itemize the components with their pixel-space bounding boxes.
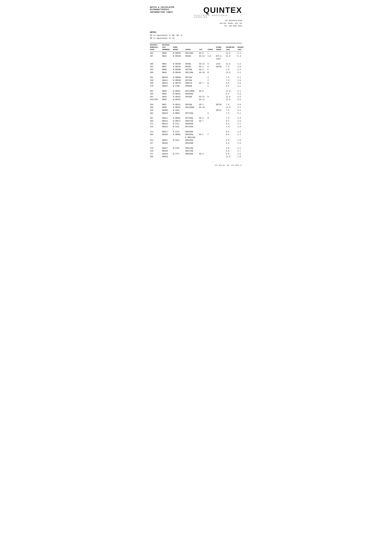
table-header: RAYOVACDURACELLUCAR RAYOVACOLDNUMBERS EV…	[150, 43, 242, 51]
page-title-line1: WATCH & CALCULATOR MICROBATTERIES	[150, 6, 194, 11]
cell-2-0-2: B-SR58H	[173, 76, 185, 79]
cell-1-2-0: 393	[150, 68, 162, 71]
cell-1-2-8: 5.4	[237, 68, 247, 71]
cell-7-2-8: 2.6	[237, 153, 247, 156]
cell-7-0-8: 2.1	[237, 147, 247, 150]
cell-7-3-4	[199, 155, 208, 158]
table-group-7: 379RW327B-379LSR521SW5.82.1319RW328SR527…	[150, 147, 242, 158]
cell-2-2-8: 2.6	[237, 82, 247, 85]
cell-4-1-8: 3.1	[237, 106, 247, 109]
cell-5-2-3: SR920SW	[185, 122, 199, 125]
cell-0-1-8: 5.4	[237, 55, 247, 60]
cell-6-3-1: RW326	[162, 142, 173, 145]
cell-5-3-1: RW316	[162, 125, 173, 128]
cell-0-0-3: SR1120W	[185, 52, 199, 55]
cell-1-1-0: 392	[150, 65, 162, 68]
cell-7-0-3: SR521SW	[185, 147, 199, 150]
cell-4-3-7: 7.9	[226, 112, 237, 115]
notes-title: NOTES:	[150, 31, 242, 33]
cell-3-3-7: 11.6	[226, 98, 237, 101]
cell-3-2-8: 4.2	[237, 95, 247, 98]
table-row: 377RW329B-377LSR626SWGS-46.82.6	[150, 153, 242, 156]
cell-1-1-5: K	[208, 65, 216, 68]
cell-7-1-4	[199, 150, 208, 153]
table-row: 399RW413B-SR57HSR927WGS-7W9.52.6	[150, 82, 242, 85]
cell-5-2-1: RW315	[162, 122, 173, 125]
cell-1-3-5: M	[208, 71, 216, 74]
cell-7-2-6	[216, 153, 226, 156]
cell-1-1-6: SR736	[216, 65, 226, 68]
cell-1-3-3: SR1130W	[185, 71, 199, 74]
cell-6-2-0: 321	[150, 139, 162, 142]
cell-2-3-2: B-370H	[173, 85, 185, 88]
cell-5-0-8: 2.6	[237, 117, 247, 120]
cell-2-3-0: 370	[150, 85, 162, 88]
cell-1-2-7: 7.9	[226, 68, 237, 71]
table-row: 373RW317B-373LSR916SW9.51.6	[150, 130, 242, 133]
table-row: 384RW37B-SR41LSR41SWGS-3SR7367.93.6	[150, 103, 242, 106]
cell-7-2-1: RW329	[162, 153, 173, 156]
cell-7-2-2: B-377L	[173, 153, 185, 156]
cell-6-1-8: 2.1	[237, 133, 247, 139]
cell-3-2-5: D	[208, 95, 216, 98]
cell-0-0-1: RW40	[162, 52, 173, 55]
cell-2-1-4	[199, 79, 208, 82]
cell-2-1-1: RW411	[162, 79, 173, 82]
cell-6-3-4	[199, 142, 208, 145]
cell-5-0-2: B-SR59L	[173, 117, 185, 120]
cell-3-3-4: GS-11	[199, 98, 208, 101]
cell-7-1-5	[208, 150, 216, 153]
cell-7-3-8: 1.6	[237, 155, 247, 158]
col-header-ever-ready: EVERREADY	[173, 46, 185, 51]
address-block: 137 Blenheim Road Harrow, Middx. HA2 7AA…	[220, 19, 242, 28]
address-line2: Harrow, Middx. HA2 7AA	[220, 22, 242, 25]
cell-3-1-1: RW33	[162, 93, 173, 95]
logo-text: QUINTEX	[203, 6, 242, 14]
cell-4-1-0: 390	[150, 106, 162, 109]
table-row: 379RW327B-379LSR521SW5.82.1	[150, 147, 242, 150]
cell-1-2-1: RW48	[162, 68, 173, 71]
cell-1-2-3: SR754W	[185, 68, 199, 71]
cell-2-3-5: Z	[208, 85, 216, 88]
cell-4-3-8: 2.1	[237, 112, 247, 115]
cell-0-1-4: GS-13	[199, 55, 208, 60]
cell-1-2-2: B-SR48H	[173, 68, 185, 71]
cell-5-0-5: N	[208, 117, 216, 120]
battery-table: RAYOVACDURACELLUCAR RAYOVACOLDNUMBERS EV…	[150, 43, 242, 158]
cell-5-2-8: 2.1	[237, 122, 247, 125]
cell-6-2-1: RW321	[162, 139, 173, 142]
cell-4-2-5	[208, 109, 216, 112]
cell-3-0-5	[208, 90, 216, 93]
table-row: 396RW411B-SR59HSR726WV7.92.6	[150, 79, 242, 82]
cell-3-3-2: B-SR42L	[173, 98, 185, 101]
table-row: 319RW328SR527SW5.82.7	[150, 150, 242, 153]
cell-2-1-5: V	[208, 79, 216, 82]
cell-5-3-3: SR716SW	[185, 125, 199, 128]
table-row: 390RW39B-SR54LSR1130SWGS-1011.63.1	[150, 106, 242, 109]
table-spacer	[150, 102, 242, 103]
cell-1-0-3: SR43W	[185, 63, 199, 66]
cell-7-1-1: RW328	[162, 150, 173, 153]
cell-3-1-6	[216, 93, 226, 95]
cell-2-0-0: 361	[150, 76, 162, 79]
cell-2-3-4	[199, 85, 208, 88]
cell-3-1-0: 394	[150, 93, 162, 95]
cell-4-2-6: SR731	[216, 109, 226, 112]
cell-1-0-1: RW44	[162, 63, 173, 66]
cell-6-0-2: B-373L	[173, 130, 185, 133]
table-row: 362RW310B-SR58SR721SWS7.92.1	[150, 112, 242, 115]
cell-5-0-3: SR726SW	[185, 117, 199, 120]
cell-2-2-3: SR927W	[185, 82, 199, 85]
cell-4-1-6	[216, 106, 226, 109]
table-spacer	[150, 89, 242, 90]
table-row: 365RW41811.51.6	[150, 155, 242, 158]
cell-4-2-8: 3.1	[237, 109, 247, 112]
cell-5-3-2: B-315L	[173, 125, 185, 128]
table-spacer	[150, 75, 242, 76]
cell-6-2-7: 6.8	[226, 139, 237, 142]
cell-3-3-6	[216, 98, 226, 101]
table-row: 391RW40B-SR55HSR1120WGS-8L11.62.1	[150, 52, 242, 55]
table-row: 344/350RW36B-SR42LGS-1111.63.6	[150, 98, 242, 101]
cell-2-1-0: 396	[150, 79, 162, 82]
cell-4-3-0: 362	[150, 112, 162, 115]
